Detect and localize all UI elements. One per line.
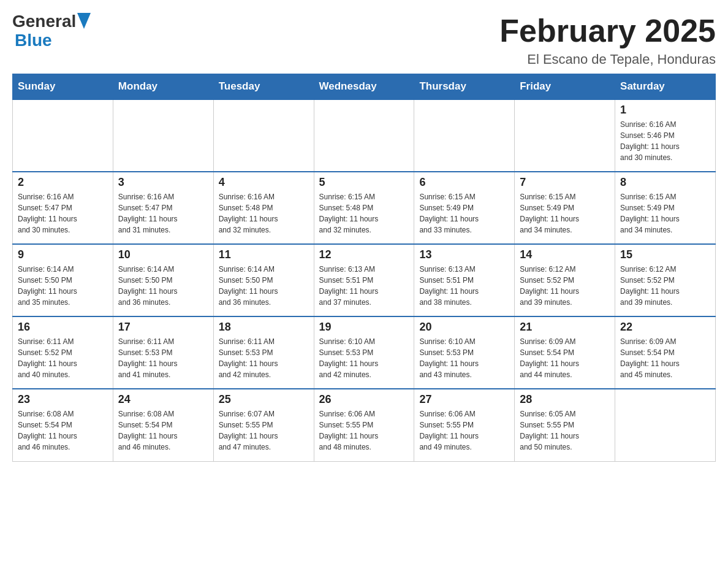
- day-info: Sunrise: 6:12 AM Sunset: 5:52 PM Dayligh…: [520, 264, 610, 308]
- day-number: 10: [118, 248, 208, 261]
- calendar-cell: [13, 99, 113, 172]
- day-number: 23: [18, 393, 108, 406]
- day-info: Sunrise: 6:11 AM Sunset: 5:52 PM Dayligh…: [18, 336, 108, 380]
- calendar-cell: 11Sunrise: 6:14 AM Sunset: 5:50 PM Dayli…: [213, 244, 314, 316]
- day-info: Sunrise: 6:13 AM Sunset: 5:51 PM Dayligh…: [319, 264, 409, 308]
- day-info: Sunrise: 6:06 AM Sunset: 5:55 PM Dayligh…: [319, 408, 409, 453]
- calendar-cell: 26Sunrise: 6:06 AM Sunset: 5:55 PM Dayli…: [314, 389, 414, 461]
- calendar-cell: 28Sunrise: 6:05 AM Sunset: 5:55 PM Dayli…: [515, 389, 615, 461]
- day-number: 4: [219, 176, 309, 189]
- calendar-table: SundayMondayTuesdayWednesdayThursdayFrid…: [12, 74, 716, 462]
- svg-marker-0: [77, 13, 91, 29]
- day-number: 13: [419, 248, 509, 261]
- day-number: 28: [520, 393, 610, 406]
- calendar-cell: 25Sunrise: 6:07 AM Sunset: 5:55 PM Dayli…: [213, 389, 314, 461]
- day-info: Sunrise: 6:10 AM Sunset: 5:53 PM Dayligh…: [419, 336, 509, 380]
- day-info: Sunrise: 6:10 AM Sunset: 5:53 PM Dayligh…: [319, 336, 409, 380]
- calendar-cell: 21Sunrise: 6:09 AM Sunset: 5:54 PM Dayli…: [515, 316, 615, 389]
- day-number: 22: [620, 321, 710, 334]
- calendar-cell: [515, 99, 615, 172]
- day-info: Sunrise: 6:05 AM Sunset: 5:55 PM Dayligh…: [520, 408, 610, 453]
- day-number: 11: [219, 248, 309, 261]
- calendar-cell: 10Sunrise: 6:14 AM Sunset: 5:50 PM Dayli…: [113, 244, 213, 316]
- calendar-subtitle: El Escano de Tepale, Honduras: [499, 52, 716, 67]
- calendar-cell: [113, 99, 213, 172]
- week-row-2: 2Sunrise: 6:16 AM Sunset: 5:47 PM Daylig…: [13, 172, 716, 244]
- week-row-4: 16Sunrise: 6:11 AM Sunset: 5:52 PM Dayli…: [13, 316, 716, 389]
- day-info: Sunrise: 6:12 AM Sunset: 5:52 PM Dayligh…: [620, 264, 710, 308]
- calendar-cell: 3Sunrise: 6:16 AM Sunset: 5:47 PM Daylig…: [113, 172, 213, 244]
- weekday-header-tuesday: Tuesday: [213, 74, 314, 100]
- day-number: 26: [319, 393, 409, 406]
- day-info: Sunrise: 6:15 AM Sunset: 5:49 PM Dayligh…: [620, 191, 710, 236]
- calendar-cell: [414, 99, 515, 172]
- day-info: Sunrise: 6:11 AM Sunset: 5:53 PM Dayligh…: [118, 336, 208, 380]
- day-number: 8: [620, 176, 710, 189]
- calendar-cell: [615, 389, 716, 461]
- day-info: Sunrise: 6:13 AM Sunset: 5:51 PM Dayligh…: [419, 264, 509, 308]
- day-number: 21: [520, 321, 610, 334]
- calendar-cell: 12Sunrise: 6:13 AM Sunset: 5:51 PM Dayli…: [314, 244, 414, 316]
- calendar-cell: 20Sunrise: 6:10 AM Sunset: 5:53 PM Dayli…: [414, 316, 515, 389]
- calendar-cell: 6Sunrise: 6:15 AM Sunset: 5:49 PM Daylig…: [414, 172, 515, 244]
- day-info: Sunrise: 6:08 AM Sunset: 5:54 PM Dayligh…: [118, 408, 208, 453]
- title-block: February 2025 El Escano de Tepale, Hondu…: [499, 12, 716, 67]
- calendar-cell: 18Sunrise: 6:11 AM Sunset: 5:53 PM Dayli…: [213, 316, 314, 389]
- calendar-cell: 13Sunrise: 6:13 AM Sunset: 5:51 PM Dayli…: [414, 244, 515, 316]
- day-number: 18: [219, 321, 309, 334]
- calendar-cell: 8Sunrise: 6:15 AM Sunset: 5:49 PM Daylig…: [615, 172, 716, 244]
- week-row-3: 9Sunrise: 6:14 AM Sunset: 5:50 PM Daylig…: [13, 244, 716, 316]
- calendar-cell: 17Sunrise: 6:11 AM Sunset: 5:53 PM Dayli…: [113, 316, 213, 389]
- day-number: 9: [18, 248, 108, 261]
- calendar-cell: 27Sunrise: 6:06 AM Sunset: 5:55 PM Dayli…: [414, 389, 515, 461]
- day-info: Sunrise: 6:16 AM Sunset: 5:47 PM Dayligh…: [18, 191, 108, 236]
- day-info: Sunrise: 6:16 AM Sunset: 5:48 PM Dayligh…: [219, 191, 309, 236]
- day-info: Sunrise: 6:11 AM Sunset: 5:53 PM Dayligh…: [219, 336, 309, 380]
- day-number: 25: [219, 393, 309, 406]
- day-info: Sunrise: 6:06 AM Sunset: 5:55 PM Dayligh…: [419, 408, 509, 453]
- calendar-title: February 2025: [499, 12, 716, 49]
- week-row-5: 23Sunrise: 6:08 AM Sunset: 5:54 PM Dayli…: [13, 389, 716, 461]
- day-info: Sunrise: 6:15 AM Sunset: 5:48 PM Dayligh…: [319, 191, 409, 236]
- calendar-cell: 7Sunrise: 6:15 AM Sunset: 5:49 PM Daylig…: [515, 172, 615, 244]
- calendar-cell: 16Sunrise: 6:11 AM Sunset: 5:52 PM Dayli…: [13, 316, 113, 389]
- day-number: 16: [18, 321, 108, 334]
- day-number: 7: [520, 176, 610, 189]
- logo-general-text: General: [12, 12, 76, 31]
- day-number: 2: [18, 176, 108, 189]
- weekday-header-saturday: Saturday: [615, 74, 716, 100]
- logo-blue-text: Blue: [12, 31, 91, 50]
- day-info: Sunrise: 6:14 AM Sunset: 5:50 PM Dayligh…: [219, 264, 309, 308]
- weekday-header-friday: Friday: [515, 74, 615, 100]
- day-number: 5: [319, 176, 409, 189]
- weekday-header-monday: Monday: [113, 74, 213, 100]
- week-row-1: 1Sunrise: 6:16 AM Sunset: 5:46 PM Daylig…: [13, 99, 716, 172]
- day-info: Sunrise: 6:16 AM Sunset: 5:47 PM Dayligh…: [118, 191, 208, 236]
- day-info: Sunrise: 6:16 AM Sunset: 5:46 PM Dayligh…: [620, 119, 710, 163]
- weekday-header-wednesday: Wednesday: [314, 74, 414, 100]
- calendar-cell: 14Sunrise: 6:12 AM Sunset: 5:52 PM Dayli…: [515, 244, 615, 316]
- calendar-cell: 5Sunrise: 6:15 AM Sunset: 5:48 PM Daylig…: [314, 172, 414, 244]
- day-number: 19: [319, 321, 409, 334]
- day-number: 15: [620, 248, 710, 261]
- day-info: Sunrise: 6:07 AM Sunset: 5:55 PM Dayligh…: [219, 408, 309, 453]
- day-info: Sunrise: 6:15 AM Sunset: 5:49 PM Dayligh…: [419, 191, 509, 236]
- calendar-cell: 24Sunrise: 6:08 AM Sunset: 5:54 PM Dayli…: [113, 389, 213, 461]
- weekday-header-sunday: Sunday: [13, 74, 113, 100]
- day-number: 3: [118, 176, 208, 189]
- logo: General Blue: [12, 12, 91, 50]
- page-header: General Blue February 2025 El Escano de …: [12, 12, 716, 67]
- calendar-cell: 1Sunrise: 6:16 AM Sunset: 5:46 PM Daylig…: [615, 99, 716, 172]
- day-number: 20: [419, 321, 509, 334]
- calendar-cell: 22Sunrise: 6:09 AM Sunset: 5:54 PM Dayli…: [615, 316, 716, 389]
- day-info: Sunrise: 6:09 AM Sunset: 5:54 PM Dayligh…: [520, 336, 610, 380]
- day-number: 17: [118, 321, 208, 334]
- day-number: 12: [319, 248, 409, 261]
- calendar-cell: [213, 99, 314, 172]
- calendar-cell: 2Sunrise: 6:16 AM Sunset: 5:47 PM Daylig…: [13, 172, 113, 244]
- weekday-header-row: SundayMondayTuesdayWednesdayThursdayFrid…: [13, 74, 716, 100]
- day-number: 6: [419, 176, 509, 189]
- logo-arrow-icon: [77, 13, 91, 29]
- day-number: 14: [520, 248, 610, 261]
- calendar-cell: [314, 99, 414, 172]
